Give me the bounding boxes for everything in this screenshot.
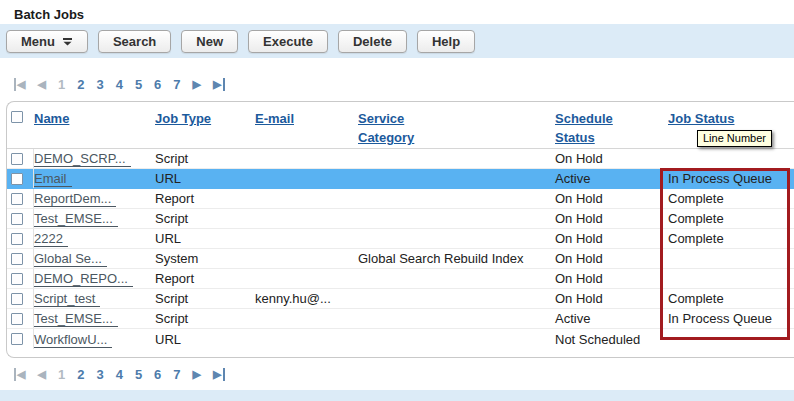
job-type-cell: Script — [155, 311, 255, 326]
row-checkbox[interactable] — [11, 313, 23, 325]
table-header-row: Name Job Type E-mail Service Category Sc… — [7, 102, 794, 149]
table-row[interactable]: DEMO_SCRP... Script On Hold — [7, 149, 794, 169]
page-title: Batch Jobs — [0, 0, 794, 24]
job-status-cell: Complete — [668, 231, 794, 246]
page-number-7[interactable]: 7 — [173, 77, 180, 92]
toolbar: Menu Search New Execute Delete Help — [0, 24, 794, 58]
row-checkbox[interactable] — [11, 293, 23, 305]
job-type-cell: System — [155, 251, 255, 266]
job-type-cell: URL — [155, 171, 255, 186]
job-status-cell: In Process Queue — [668, 311, 794, 326]
table-row[interactable]: Script_test Script kenny.hu@... On Hold … — [7, 289, 794, 309]
job-name-link[interactable]: Email — [34, 171, 72, 187]
last-page-icon[interactable]: ▶ — [213, 78, 224, 91]
select-all-checkbox[interactable] — [11, 111, 23, 123]
page-number-6[interactable]: 6 — [154, 77, 161, 92]
job-status-cell: Complete — [668, 291, 794, 306]
schedule-status-cell: On Hold — [555, 231, 668, 246]
page-number-6[interactable]: 6 — [154, 367, 161, 382]
page-number-7[interactable]: 7 — [173, 367, 180, 382]
column-header-job-status[interactable]: Job Status — [668, 111, 734, 126]
job-name-link[interactable]: Test_EMSE... — [34, 311, 118, 327]
email-cell: kenny.hu@... — [255, 291, 358, 306]
grid-footer-spacer — [7, 349, 794, 357]
help-button[interactable]: Help — [417, 30, 475, 53]
menu-button-label: Menu — [21, 34, 55, 49]
job-type-cell: Script — [155, 291, 255, 306]
table-row[interactable]: 2222 URL On Hold Complete — [7, 229, 794, 249]
menu-button[interactable]: Menu — [6, 30, 88, 53]
schedule-status-cell: Not Scheduled — [555, 332, 668, 347]
previous-page-icon: ◀ — [37, 368, 45, 381]
menu-dropdown-icon — [62, 37, 73, 46]
table-row[interactable]: Test_EMSE... Script On Hold Complete — [7, 209, 794, 229]
job-name-link[interactable]: Test_EMSE... — [34, 211, 118, 227]
row-checkbox[interactable] — [11, 253, 23, 265]
schedule-status-cell: On Hold — [555, 151, 668, 166]
bottom-toolbar-band — [0, 390, 794, 401]
page-number-1: 1 — [58, 77, 65, 92]
table-row[interactable]: DEMO_REPO... Report On Hold — [7, 269, 794, 289]
job-name-link[interactable]: Script_test — [34, 291, 100, 307]
row-checkbox[interactable] — [11, 173, 23, 185]
column-header-name[interactable]: Name — [34, 111, 69, 126]
table-row[interactable]: Test_EMSE... Script Active In Process Qu… — [7, 309, 794, 329]
next-page-icon[interactable]: ▶ — [193, 368, 201, 381]
delete-button[interactable]: Delete — [338, 30, 407, 53]
previous-page-icon: ◀ — [37, 78, 45, 91]
row-checkbox[interactable] — [11, 233, 23, 245]
page-number-2[interactable]: 2 — [77, 77, 84, 92]
schedule-status-cell: On Hold — [555, 251, 668, 266]
column-header-job-type[interactable]: Job Type — [155, 111, 211, 126]
job-name-link[interactable]: DEMO_SCRP... — [34, 151, 131, 167]
page-number-1: 1 — [58, 367, 65, 382]
tooltip: Line Number — [697, 130, 772, 147]
job-name-link[interactable]: ReportDem... — [34, 191, 116, 207]
page-number-4[interactable]: 4 — [116, 367, 123, 382]
job-status-cell: Complete — [668, 191, 794, 206]
new-button[interactable]: New — [181, 30, 238, 53]
batch-jobs-table: Name Job Type E-mail Service Category Sc… — [6, 101, 794, 358]
first-page-icon: ◀ — [14, 78, 25, 91]
job-type-cell: URL — [155, 332, 255, 347]
column-header-schedule-status[interactable]: Schedule Status — [555, 109, 627, 147]
schedule-status-cell: On Hold — [555, 211, 668, 226]
pagination-top: ◀ ◀ 1 2 3 4 5 6 7 ▶ ▶ — [8, 74, 794, 94]
job-status-cell: Complete — [668, 211, 794, 226]
schedule-status-cell: On Hold — [555, 271, 668, 286]
pagination-bottom: ◀ ◀ 1 2 3 4 5 6 7 ▶ ▶ — [8, 364, 794, 384]
service-category-cell: Global Search Rebuild Index — [358, 251, 555, 266]
table-row[interactable]: ReportDem... Report On Hold Complete — [7, 189, 794, 209]
page-number-5[interactable]: 5 — [135, 77, 142, 92]
next-page-icon[interactable]: ▶ — [193, 78, 201, 91]
page-number-4[interactable]: 4 — [116, 77, 123, 92]
execute-button[interactable]: Execute — [248, 30, 328, 53]
page-number-2[interactable]: 2 — [77, 367, 84, 382]
job-name-link[interactable]: Global Se... — [34, 251, 107, 267]
job-type-cell: Report — [155, 191, 255, 206]
row-checkbox[interactable] — [11, 213, 23, 225]
schedule-status-cell: On Hold — [555, 291, 668, 306]
job-name-link[interactable]: 2222 — [34, 231, 68, 247]
column-header-email[interactable]: E-mail — [255, 111, 294, 126]
page-number-3[interactable]: 3 — [96, 77, 103, 92]
row-checkbox[interactable] — [11, 333, 23, 345]
job-name-link[interactable]: WorkflowU... — [34, 332, 112, 348]
column-header-service-category[interactable]: Service Category — [358, 109, 442, 147]
page-number-5[interactable]: 5 — [135, 367, 142, 382]
job-type-cell: Script — [155, 151, 255, 166]
table-row-selected[interactable]: Email URL Active In Process Queue — [7, 169, 794, 189]
search-button[interactable]: Search — [98, 30, 171, 53]
job-name-link[interactable]: DEMO_REPO... — [34, 271, 133, 287]
last-page-icon[interactable]: ▶ — [213, 368, 224, 381]
row-checkbox[interactable] — [11, 153, 23, 165]
job-type-cell: URL — [155, 231, 255, 246]
row-checkbox[interactable] — [11, 193, 23, 205]
table-row[interactable]: WorkflowU... URL Not Scheduled — [7, 329, 794, 349]
row-checkbox[interactable] — [11, 273, 23, 285]
job-type-cell: Script — [155, 211, 255, 226]
schedule-status-cell: Active — [555, 311, 668, 326]
table-row[interactable]: Global Se... System Global Search Rebuil… — [7, 249, 794, 269]
page-number-3[interactable]: 3 — [96, 367, 103, 382]
first-page-icon: ◀ — [14, 368, 25, 381]
